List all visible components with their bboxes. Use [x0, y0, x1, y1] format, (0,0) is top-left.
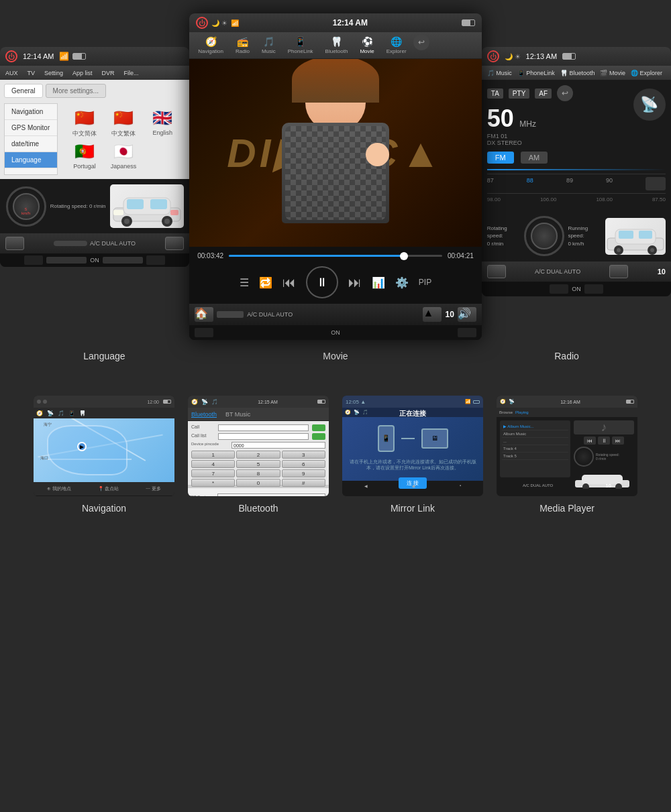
back-button[interactable]: ↩: [413, 34, 429, 50]
flag-jp-label: Japaness: [111, 163, 137, 170]
menu-datetime[interactable]: date/time: [5, 136, 57, 152]
radio-nav-phonelink[interactable]: 📱 PhoneLink: [517, 70, 555, 76]
bt-num-8[interactable]: 8: [236, 469, 280, 477]
bt-call-input[interactable]: [218, 424, 309, 431]
bt-num-6[interactable]: 6: [282, 460, 325, 468]
radio-panel: ⏻ 🌙 ☀ 12:13 AM 🎵 Music 📱 PhoneLink 🦷 Blu…: [482, 47, 671, 296]
nav-ctrl-favorites[interactable]: ⊕ 我的地点: [47, 485, 71, 492]
bt-num-hash[interactable]: #: [282, 479, 325, 487]
flag-english[interactable]: 🇬🇧 English: [145, 109, 180, 138]
nav-dvr[interactable]: DVR: [102, 70, 115, 76]
bt-devices-label: BT Devices: [191, 495, 212, 497]
bt-num-1[interactable]: 1: [191, 451, 235, 459]
nav-tab-phonelink[interactable]: 📱 PhoneLink: [282, 34, 319, 56]
radio-nav-bt[interactable]: 🦷 Bluetooth: [560, 70, 595, 76]
bt-num-4[interactable]: 4: [191, 460, 235, 468]
menu-navigation[interactable]: Navigation: [5, 104, 57, 120]
am-button[interactable]: AM: [521, 152, 548, 164]
settings-icon[interactable]: ⚙️: [395, 276, 409, 289]
tab-more-settings[interactable]: More settings...: [46, 84, 106, 98]
tag-ta[interactable]: TA: [487, 89, 503, 99]
flag-japanese[interactable]: 🇯🇵 Japaness: [106, 142, 141, 170]
bt-calllist-input[interactable]: [218, 433, 309, 440]
nav-tab-music[interactable]: 🎵 Music: [256, 34, 281, 56]
bt-num-7[interactable]: 7: [191, 469, 235, 477]
ctrl-m1[interactable]: [195, 328, 213, 337]
mp-list-item4[interactable]: Track 4: [502, 445, 568, 453]
fm-button[interactable]: FM: [487, 152, 514, 164]
ctrl-next-right[interactable]: [609, 265, 628, 278]
radio-seek-btn[interactable]: [646, 177, 666, 190]
mp-list-item2[interactable]: Album Music: [502, 430, 568, 438]
bt-num-star[interactable]: *: [191, 479, 235, 487]
nav-setting[interactable]: Setting: [44, 70, 63, 76]
pause-button[interactable]: ⏸: [306, 266, 338, 298]
nav-ctrl-location[interactable]: 📍 盘点站: [98, 485, 119, 492]
bt-num-0[interactable]: 0: [236, 479, 280, 487]
nav-tab-radio[interactable]: 📻 Radio: [230, 34, 255, 56]
ctrl-r2[interactable]: [584, 284, 603, 294]
ctrl-vol-left[interactable]: [46, 257, 87, 264]
progress-bar[interactable]: [229, 255, 442, 257]
flag-portugal[interactable]: 🇵🇹 Portugal: [67, 142, 102, 170]
radio-nav-explorer[interactable]: 🌐 Explorer: [631, 70, 662, 76]
bt-passcode-value[interactable]: 0000: [231, 442, 325, 449]
mp-browse[interactable]: Browse: [499, 410, 513, 414]
mp-list-playing[interactable]: ▶ Album Music...: [502, 422, 568, 430]
radio-nav-music[interactable]: 🎵 Music: [487, 70, 512, 76]
ctrl-vol2-left[interactable]: [103, 257, 143, 264]
menu-gps[interactable]: GPS Monitor: [5, 120, 57, 136]
ctrl-left2[interactable]: [146, 255, 165, 265]
nav-ctrl-more[interactable]: ⋯ 更多: [146, 485, 161, 492]
ctrl-left1[interactable]: [24, 255, 43, 265]
ctrl-m2[interactable]: [458, 328, 476, 337]
vol-slider[interactable]: [217, 311, 244, 318]
nav-tab-bluetooth[interactable]: 🦷 Bluetooth: [320, 34, 354, 56]
bt-num-5[interactable]: 5: [236, 460, 280, 468]
ctrl-prev-right[interactable]: [487, 265, 506, 278]
nav-aux[interactable]: AUX: [5, 70, 18, 76]
radio-nav-movie[interactable]: 🎬 Movie: [600, 70, 625, 76]
prev-icon[interactable]: ⏮: [282, 275, 296, 290]
mp-playing[interactable]: Playing: [515, 410, 529, 414]
tag-af[interactable]: AF: [535, 89, 552, 99]
bt-call-btn[interactable]: [312, 424, 325, 431]
flag-traditional-chinese[interactable]: 🇨🇳 中文繁体: [106, 109, 141, 138]
repeat-icon[interactable]: 🔁: [259, 276, 272, 289]
radio-back-btn[interactable]: ↩: [557, 85, 573, 101]
tag-pty[interactable]: PTY: [509, 89, 529, 99]
playlist-icon[interactable]: ☰: [240, 276, 249, 289]
vol-up-btn[interactable]: 🔊: [458, 307, 476, 322]
vol-bar-left[interactable]: [54, 241, 87, 246]
bt-devices-input[interactable]: [217, 494, 325, 497]
mp-play-btn[interactable]: ⏸: [598, 437, 610, 445]
tab-general[interactable]: General: [4, 84, 43, 98]
ctrl-r1[interactable]: [550, 284, 568, 294]
nav-applist[interactable]: App list: [72, 70, 93, 76]
bt-num-9[interactable]: 9: [282, 469, 325, 477]
nav-tab-navigation[interactable]: 🧭 Navigation: [193, 34, 229, 56]
audio-icon[interactable]: 📊: [372, 276, 385, 289]
mp-next-btn[interactable]: ⏭: [612, 437, 624, 445]
flag-simplified-chinese[interactable]: 🇨🇳 中文简体: [67, 109, 102, 138]
bt-calllist-btn[interactable]: [312, 433, 325, 440]
nav-tab-explorer[interactable]: 🌐 Explorer: [381, 34, 412, 56]
nav-bottom-controls[interactable]: ⊕ 我的地点 📍 盘点站 ⋯ 更多: [34, 482, 174, 496]
bt-tab-music[interactable]: BT Music: [225, 411, 250, 418]
mp-list-item5[interactable]: Track 5: [502, 453, 568, 460]
home-btn[interactable]: 🏠: [195, 307, 213, 322]
nav-tab-movie[interactable]: ⚽ Movie: [354, 34, 379, 56]
next-icon[interactable]: ⏭: [348, 275, 362, 290]
bt-num-3[interactable]: 3: [282, 451, 325, 459]
bt-tab-bluetooth[interactable]: Bluetooth: [191, 411, 217, 418]
ctrl-prev-left[interactable]: [5, 237, 24, 250]
nav-file[interactable]: File...: [124, 70, 139, 76]
menu-language[interactable]: Language: [5, 152, 57, 168]
pip-label[interactable]: PIP: [419, 278, 431, 287]
mp-list-item3[interactable]: ...: [502, 438, 568, 445]
nav-tv[interactable]: TV: [28, 70, 36, 76]
mp-prev-btn[interactable]: ⏮: [584, 437, 596, 445]
ctrl-next-left[interactable]: [165, 237, 184, 250]
up-btn[interactable]: ▲: [423, 307, 442, 322]
bt-num-2[interactable]: 2: [236, 451, 280, 459]
